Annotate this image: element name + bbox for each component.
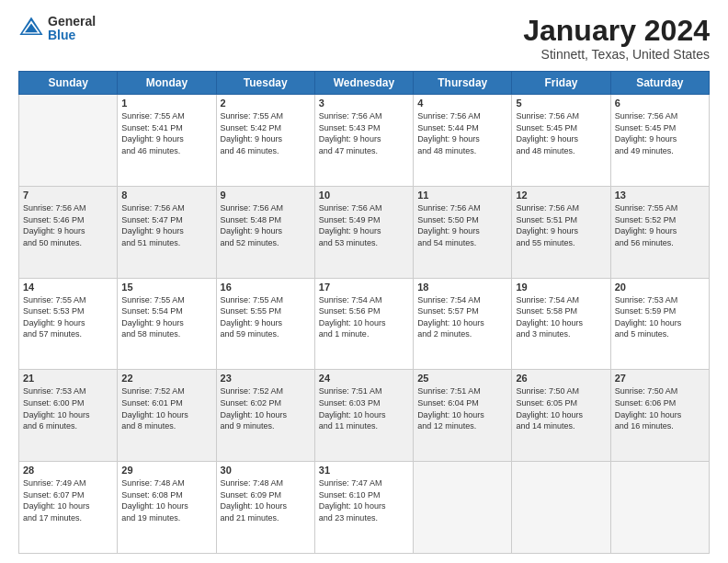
sunset-text: Sunset: 5:52 PM xyxy=(615,214,705,226)
sunset-text: Sunset: 5:55 PM xyxy=(221,305,311,317)
day-number: 4 xyxy=(417,98,507,109)
daylight-line2: and 6 minutes. xyxy=(23,420,113,432)
day-number: 18 xyxy=(417,282,507,293)
day-info: Sunrise: 7:52 AMSunset: 6:01 PMDaylight:… xyxy=(121,385,211,431)
day-number: 9 xyxy=(221,190,311,201)
table-row: 10Sunrise: 7:56 AMSunset: 5:49 PMDayligh… xyxy=(314,186,413,278)
day-number: 5 xyxy=(516,98,606,109)
header-sunday: Sunday xyxy=(19,72,118,95)
daylight-line2: and 8 minutes. xyxy=(121,420,211,432)
daylight-line1: Daylight: 10 hours xyxy=(221,500,311,512)
day-info: Sunrise: 7:56 AMSunset: 5:51 PMDaylight:… xyxy=(516,202,606,248)
title-block: January 2024 Stinnett, Texas, United Sta… xyxy=(523,15,710,62)
table-row: 23Sunrise: 7:52 AMSunset: 6:02 PMDayligh… xyxy=(216,370,314,462)
daylight-line2: and 53 minutes. xyxy=(319,237,409,249)
daylight-line1: Daylight: 10 hours xyxy=(23,500,113,512)
table-row: 20Sunrise: 7:53 AMSunset: 5:59 PMDayligh… xyxy=(610,278,709,370)
daylight-line1: Daylight: 9 hours xyxy=(23,317,113,329)
sunset-text: Sunset: 5:44 PM xyxy=(417,122,507,134)
daylight-line2: and 16 minutes. xyxy=(615,420,705,432)
sunset-text: Sunset: 5:45 PM xyxy=(516,122,606,134)
table-row xyxy=(414,462,512,554)
day-number: 23 xyxy=(221,373,311,384)
daylight-line1: Daylight: 9 hours xyxy=(516,133,606,145)
table-row: 12Sunrise: 7:56 AMSunset: 5:51 PMDayligh… xyxy=(512,186,610,278)
daylight-line1: Daylight: 9 hours xyxy=(221,133,311,145)
day-info: Sunrise: 7:54 AMSunset: 5:56 PMDaylight:… xyxy=(319,294,409,340)
daylight-line2: and 12 minutes. xyxy=(417,420,507,432)
sunset-text: Sunset: 6:01 PM xyxy=(121,397,211,409)
sunrise-text: Sunrise: 7:56 AM xyxy=(121,202,211,214)
logo-text: General Blue xyxy=(48,15,96,43)
day-info: Sunrise: 7:55 AMSunset: 5:41 PMDaylight:… xyxy=(121,110,211,156)
day-number: 28 xyxy=(23,465,113,476)
daylight-line1: Daylight: 10 hours xyxy=(615,317,705,329)
sunset-text: Sunset: 6:03 PM xyxy=(319,397,409,409)
day-info: Sunrise: 7:56 AMSunset: 5:49 PMDaylight:… xyxy=(319,202,409,248)
daylight-line1: Daylight: 9 hours xyxy=(417,225,507,237)
sunrise-text: Sunrise: 7:51 AM xyxy=(417,385,507,397)
day-info: Sunrise: 7:55 AMSunset: 5:55 PMDaylight:… xyxy=(221,294,311,340)
sunrise-text: Sunrise: 7:56 AM xyxy=(417,202,507,214)
day-number: 2 xyxy=(221,98,311,109)
daylight-line2: and 1 minute. xyxy=(319,328,409,340)
sunset-text: Sunset: 5:46 PM xyxy=(23,214,113,226)
daylight-line2: and 57 minutes. xyxy=(23,328,113,340)
sunrise-text: Sunrise: 7:53 AM xyxy=(615,294,705,306)
sunset-text: Sunset: 5:42 PM xyxy=(221,122,311,134)
sunset-text: Sunset: 6:07 PM xyxy=(23,489,113,501)
day-number: 20 xyxy=(615,282,705,293)
daylight-line1: Daylight: 9 hours xyxy=(516,225,606,237)
daylight-line1: Daylight: 9 hours xyxy=(319,133,409,145)
sunrise-text: Sunrise: 7:54 AM xyxy=(319,294,409,306)
sunrise-text: Sunrise: 7:55 AM xyxy=(615,202,705,214)
sunrise-text: Sunrise: 7:54 AM xyxy=(417,294,507,306)
day-number: 30 xyxy=(221,465,311,476)
daylight-line2: and 5 minutes. xyxy=(615,328,705,340)
sunset-text: Sunset: 6:09 PM xyxy=(221,489,311,501)
day-info: Sunrise: 7:48 AMSunset: 6:08 PMDaylight:… xyxy=(121,477,211,523)
daylight-line2: and 9 minutes. xyxy=(221,420,311,432)
sunrise-text: Sunrise: 7:50 AM xyxy=(516,385,606,397)
sunset-text: Sunset: 6:06 PM xyxy=(615,397,705,409)
sunset-text: Sunset: 5:45 PM xyxy=(615,122,705,134)
table-row: 22Sunrise: 7:52 AMSunset: 6:01 PMDayligh… xyxy=(118,370,216,462)
header-wednesday: Wednesday xyxy=(314,72,413,95)
calendar-week-row: 21Sunrise: 7:53 AMSunset: 6:00 PMDayligh… xyxy=(19,370,710,462)
day-number: 25 xyxy=(417,373,507,384)
daylight-line1: Daylight: 10 hours xyxy=(417,409,507,421)
sunrise-text: Sunrise: 7:50 AM xyxy=(615,385,705,397)
sunrise-text: Sunrise: 7:56 AM xyxy=(615,110,705,122)
day-info: Sunrise: 7:56 AMSunset: 5:45 PMDaylight:… xyxy=(516,110,606,156)
daylight-line2: and 46 minutes. xyxy=(121,145,211,157)
table-row: 31Sunrise: 7:47 AMSunset: 6:10 PMDayligh… xyxy=(314,462,413,554)
sunset-text: Sunset: 6:08 PM xyxy=(121,489,211,501)
logo-icon xyxy=(18,16,44,41)
day-number: 17 xyxy=(319,282,409,293)
day-info: Sunrise: 7:51 AMSunset: 6:03 PMDaylight:… xyxy=(319,385,409,431)
day-number: 1 xyxy=(121,98,211,109)
table-row: 19Sunrise: 7:54 AMSunset: 5:58 PMDayligh… xyxy=(512,278,610,370)
day-info: Sunrise: 7:48 AMSunset: 6:09 PMDaylight:… xyxy=(221,477,311,523)
table-row xyxy=(512,462,610,554)
day-number: 12 xyxy=(516,190,606,201)
daylight-line2: and 52 minutes. xyxy=(221,237,311,249)
daylight-line1: Daylight: 9 hours xyxy=(615,225,705,237)
table-row: 17Sunrise: 7:54 AMSunset: 5:56 PMDayligh… xyxy=(314,278,413,370)
sunset-text: Sunset: 5:57 PM xyxy=(417,305,507,317)
sunset-text: Sunset: 5:47 PM xyxy=(121,214,211,226)
daylight-line1: Daylight: 9 hours xyxy=(417,133,507,145)
day-info: Sunrise: 7:53 AMSunset: 6:00 PMDaylight:… xyxy=(23,385,113,431)
day-info: Sunrise: 7:53 AMSunset: 5:59 PMDaylight:… xyxy=(615,294,705,340)
table-row: 8Sunrise: 7:56 AMSunset: 5:47 PMDaylight… xyxy=(118,186,216,278)
table-row: 9Sunrise: 7:56 AMSunset: 5:48 PMDaylight… xyxy=(216,186,314,278)
daylight-line2: and 49 minutes. xyxy=(615,145,705,157)
day-info: Sunrise: 7:55 AMSunset: 5:52 PMDaylight:… xyxy=(615,202,705,248)
sunrise-text: Sunrise: 7:51 AM xyxy=(319,385,409,397)
table-row: 14Sunrise: 7:55 AMSunset: 5:53 PMDayligh… xyxy=(19,278,118,370)
day-number: 15 xyxy=(121,282,211,293)
sunset-text: Sunset: 5:54 PM xyxy=(121,305,211,317)
daylight-line1: Daylight: 10 hours xyxy=(615,409,705,421)
table-row: 16Sunrise: 7:55 AMSunset: 5:55 PMDayligh… xyxy=(216,278,314,370)
sunrise-text: Sunrise: 7:56 AM xyxy=(516,202,606,214)
